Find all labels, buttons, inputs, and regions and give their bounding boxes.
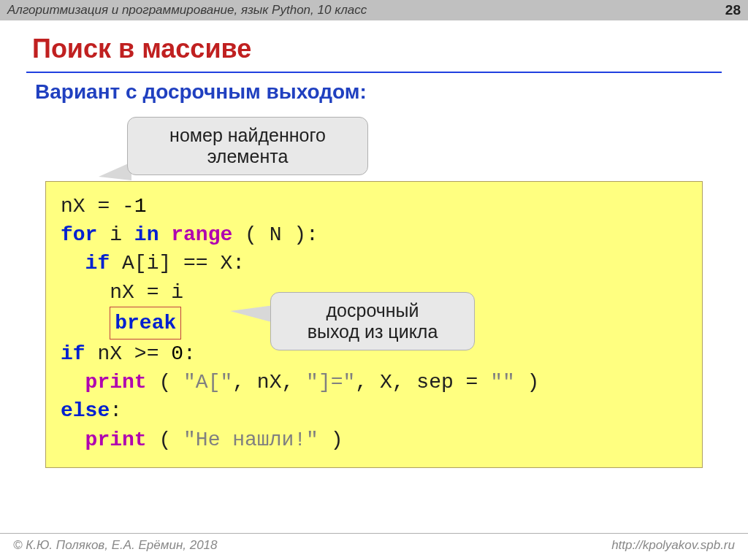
subtitle: Вариант с досрочным выходом: <box>0 73 748 104</box>
callout-text: номер найденного <box>169 125 326 145</box>
copyright: © К.Ю. Поляков, Е.А. Ерёмин, 2018 <box>13 538 218 553</box>
footer-url: http://kpolyakov.spb.ru <box>611 538 735 553</box>
callout-tail <box>230 305 274 323</box>
break-keyword-box: break <box>110 307 181 340</box>
callout-text: досрочный <box>326 300 419 321</box>
page-number: 28 <box>725 2 741 18</box>
callout-found-index: номер найденного элемента <box>127 117 368 175</box>
callout-text: элемента <box>207 146 289 166</box>
callout-text: выход из цикла <box>308 321 438 342</box>
breadcrumb: Алгоритмизация и программирование, язык … <box>7 3 367 18</box>
header-bar: Алгоритмизация и программирование, язык … <box>0 0 748 20</box>
page-title: Поиск в массиве <box>0 20 748 72</box>
footer: © К.Ю. Поляков, Е.А. Ерёмин, 2018 http:/… <box>0 533 748 560</box>
callout-early-exit: досрочный выход из цикла <box>270 292 475 350</box>
